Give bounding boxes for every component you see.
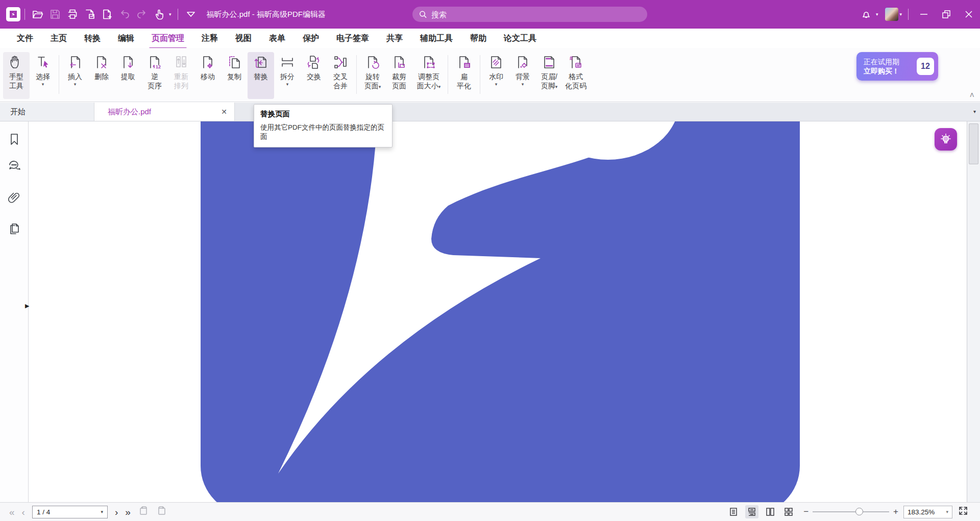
divider (480, 55, 480, 94)
zoom-level-input[interactable]: 183.25% ▾ (903, 506, 952, 518)
dropdown-arrow-icon: ▾ (42, 82, 44, 87)
menu-item-home[interactable]: 主页 (42, 29, 76, 48)
menu-item-convert[interactable]: 转换 (76, 29, 109, 48)
zoom-dropdown-icon[interactable]: ▾ (946, 509, 948, 514)
toolbar-collapse-icon[interactable] (182, 6, 200, 23)
tab-close-icon[interactable]: ✕ (221, 108, 227, 116)
ribbon-tool-watermark[interactable]: 水印 ▾ (483, 52, 509, 99)
search-input[interactable] (431, 10, 641, 19)
continuous-view-button[interactable] (745, 505, 758, 518)
ribbon-tool-crop-pages[interactable]: 裁剪页面 (386, 52, 412, 99)
menu-item-view[interactable]: 视图 (227, 29, 260, 48)
zoom-slider-knob[interactable] (855, 508, 863, 515)
redo-icon[interactable] (133, 6, 151, 23)
restore-button[interactable] (935, 0, 958, 29)
page-dropdown-icon[interactable]: ▾ (101, 509, 103, 514)
ribbon-tool-extract[interactable]: 提取 (115, 52, 141, 99)
ribbon-tool-flatten[interactable]: 扁平化 (451, 52, 477, 99)
close-button[interactable] (958, 0, 980, 29)
ribbon-tool-rearrange: 重新排列 (168, 52, 194, 99)
previous-page-button[interactable]: ‹ (22, 507, 25, 517)
menu-item-accessibility[interactable]: 辅助工具 (411, 29, 461, 48)
ribbon-tool-rotate-pages[interactable]: 旋转页面▾ (359, 52, 386, 99)
facing-view-button[interactable] (764, 505, 777, 518)
ribbon-tool-interleave[interactable]: 交叉合并 (327, 52, 354, 99)
ribbon-tool-split[interactable]: 拆分 ▾ (274, 52, 301, 99)
scrollbar-thumb[interactable] (969, 123, 978, 164)
save-icon[interactable] (46, 6, 64, 23)
attachments-panel-icon[interactable] (8, 191, 21, 204)
resize-pages-icon (421, 54, 437, 70)
menu-item-edit[interactable]: 编辑 (109, 29, 143, 48)
tab-document[interactable]: 福昕办公.pdf ✕ (94, 103, 235, 121)
ribbon-tool-move[interactable]: 移动 (194, 52, 221, 99)
assistant-lightbulb-button[interactable] (935, 128, 957, 151)
divider (59, 55, 59, 94)
account-dropdown-icon[interactable]: ▾ (899, 12, 902, 17)
next-view-button[interactable] (156, 505, 167, 518)
zoom-in-button[interactable]: + (893, 507, 898, 517)
zoom-out-button[interactable]: − (803, 507, 808, 517)
ribbon-tool-reverse-order[interactable]: 12 逆页序 (141, 52, 168, 99)
zoom-slider-rail (813, 511, 889, 512)
user-avatar[interactable] (885, 8, 898, 21)
rotate-pages-icon (364, 54, 381, 70)
menu-item-esign[interactable]: 电子签章 (328, 29, 378, 48)
zoom-slider[interactable] (813, 508, 889, 516)
notifications-bell-icon[interactable] (857, 6, 875, 23)
facing-continuous-view-button[interactable] (782, 505, 795, 518)
trial-purchase-banner[interactable]: 正在试用期 立即购买！ 12 (856, 52, 938, 81)
ribbon-tool-background[interactable]: 背景 ▾ (509, 52, 536, 99)
ribbon-tool-format-page-numbers[interactable]: # 格式化页码 (562, 52, 589, 99)
hand-tool-icon (8, 54, 24, 70)
tooltip-body: 使用其它PDF文件中的页面替换指定的页面 (260, 123, 386, 141)
menu-item-share[interactable]: 共享 (378, 29, 411, 48)
touch-mode-icon[interactable] (151, 6, 168, 23)
single-page-view-button[interactable] (727, 505, 740, 518)
tab-list-dropdown-icon[interactable]: ▾ (973, 109, 976, 114)
ribbon-tool-insert[interactable]: 插入 ▾ (62, 52, 88, 99)
ribbon-tool-swap[interactable]: 交换 (301, 52, 327, 99)
minimize-button[interactable] (913, 0, 935, 29)
lightbulb-icon (939, 132, 953, 146)
menu-item-file[interactable]: 文件 (8, 29, 42, 48)
vertical-scrollbar[interactable] (967, 121, 980, 502)
menu-item-form[interactable]: 表单 (260, 29, 294, 48)
title-bar: ▾ 福昕办公.pdf - 福昕高级PDF编辑器 ▾ ▾ (0, 0, 980, 29)
ribbon-tool-resize-pages[interactable]: 调整页面大小▾ (412, 52, 445, 99)
page-number-input[interactable]: 1 / 4 ▾ (32, 506, 108, 518)
menu-item-comment[interactable]: 注释 (193, 29, 227, 48)
next-page-button[interactable]: › (115, 507, 118, 517)
tooltip-title: 替换页面 (260, 109, 386, 119)
last-page-button[interactable]: » (125, 507, 131, 517)
ribbon-tool-delete[interactable]: 删除 (88, 52, 115, 99)
first-page-button[interactable]: « (9, 507, 15, 517)
ribbon-collapse-icon[interactable]: ᐱ (970, 92, 974, 98)
notifications-dropdown-icon[interactable]: ▾ (876, 12, 878, 17)
fullscreen-button[interactable] (958, 505, 969, 518)
bookmarks-panel-icon[interactable] (8, 133, 21, 146)
divider (908, 9, 909, 20)
tab-start-page[interactable]: 开始 (0, 103, 94, 121)
print-icon[interactable] (64, 6, 81, 23)
previous-view-button[interactable] (138, 505, 149, 518)
ribbon-tool-copy[interactable]: 复制 (221, 52, 248, 99)
touch-mode-dropdown-icon[interactable]: ▾ (169, 12, 172, 17)
open-file-icon[interactable] (29, 6, 46, 23)
new-document-icon[interactable] (99, 6, 116, 23)
search-box[interactable] (412, 7, 647, 22)
menu-item-thesis-tools[interactable]: 论文工具 (495, 29, 545, 48)
undo-icon[interactable] (116, 6, 133, 23)
close-document-icon[interactable] (81, 6, 99, 23)
menu-item-help[interactable]: 帮助 (461, 29, 495, 48)
menu-item-protect[interactable]: 保护 (294, 29, 328, 48)
panel-expand-arrow-icon[interactable]: ▶ (25, 303, 29, 309)
comments-panel-icon[interactable] (8, 159, 21, 172)
ribbon-tool-replace[interactable]: 替换 (248, 52, 274, 99)
pages-panel-icon[interactable] (8, 222, 21, 236)
ribbon-tool-select[interactable]: 选择 ▾ (30, 52, 56, 99)
app-logo-icon[interactable] (6, 7, 20, 21)
menu-item-page-organize[interactable]: 页面管理 (143, 29, 193, 48)
ribbon-tool-header-footer[interactable]: 页眉/页脚▾ (536, 52, 562, 99)
ribbon-tool-hand[interactable]: 手型工具 (3, 52, 30, 99)
